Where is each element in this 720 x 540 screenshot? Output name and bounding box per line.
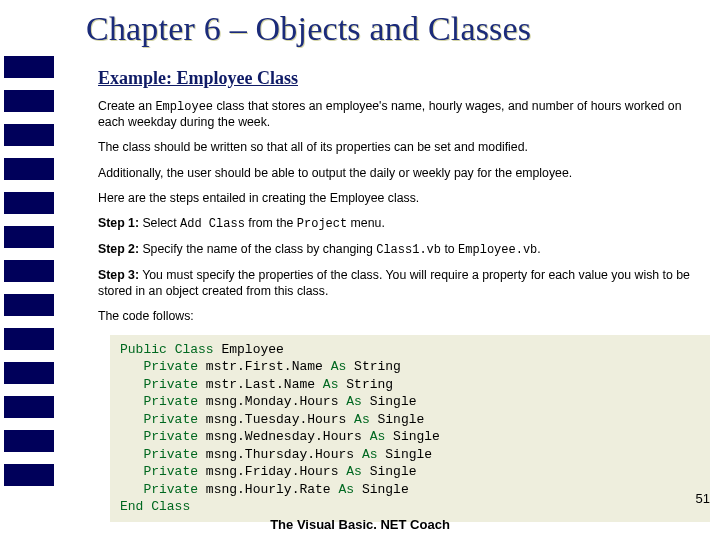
text: Select (139, 216, 180, 230)
sidebar-square (4, 124, 54, 146)
sidebar-square (4, 226, 54, 248)
class-name: Employee (221, 342, 283, 357)
kw-as: As (338, 482, 354, 497)
type-single: Single (362, 482, 409, 497)
paragraph-output: Additionally, the user should be able to… (70, 156, 710, 181)
sidebar-square (4, 430, 54, 452)
footer-text: The Visual Basic. NET Coach (0, 517, 720, 532)
step-1: Step 1: Select Add Class from the Projec… (70, 206, 710, 232)
member: mstr.First.Name (206, 359, 323, 374)
paragraph-steps-intro: Here are the steps entailed in creating … (70, 181, 710, 206)
kw-private: Private (143, 377, 198, 392)
slide: Chapter 6 – Objects and Classes Example:… (0, 0, 720, 540)
paragraph-code-follows: The code follows: (70, 299, 710, 324)
sidebar-square (4, 260, 54, 282)
sidebar-square (4, 56, 54, 78)
example-subtitle: Example: Employee Class (70, 50, 710, 89)
kw-as: As (362, 447, 378, 462)
kw-private: Private (143, 412, 198, 427)
member: msng.Tuesday.Hours (206, 412, 346, 427)
type-string: String (346, 377, 393, 392)
text: menu. (347, 216, 385, 230)
code-inline-project: Project (297, 217, 347, 231)
type-single: Single (370, 394, 417, 409)
member: msng.Thursday.Hours (206, 447, 354, 462)
kw-as: As (346, 464, 362, 479)
sidebar-decoration (0, 0, 60, 540)
sidebar-square (4, 396, 54, 418)
step-3: Step 3: You must specify the properties … (70, 258, 710, 299)
kw-class: Class (175, 342, 214, 357)
text: . (537, 242, 540, 256)
slide-title: Chapter 6 – Objects and Classes (70, 0, 710, 50)
type-single: Single (393, 429, 440, 444)
step-label: Step 2: (98, 242, 139, 256)
kw-public: Public (120, 342, 167, 357)
sidebar-square (4, 464, 54, 486)
code-block: Public Class Employee Private mstr.First… (110, 335, 710, 522)
sidebar-square (4, 90, 54, 112)
kw-as: As (323, 377, 339, 392)
member: mstr.Last.Name (206, 377, 315, 392)
code-inline-employee: Employee (155, 100, 213, 114)
code-inline-addclass: Add Class (180, 217, 245, 231)
member: msng.Wednesday.Hours (206, 429, 362, 444)
content-area: Chapter 6 – Objects and Classes Example:… (70, 0, 710, 522)
text: to (441, 242, 458, 256)
type-single: Single (378, 412, 425, 427)
text: You must specify the properties of the c… (98, 268, 690, 297)
page-number: 51 (696, 491, 710, 506)
kw-private: Private (143, 359, 198, 374)
step-label: Step 1: (98, 216, 139, 230)
kw-private: Private (143, 447, 198, 462)
kw-private: Private (143, 394, 198, 409)
code-inline-employeevb: Employee.vb (458, 243, 537, 257)
step-label: Step 3: (98, 268, 139, 282)
sidebar-square (4, 192, 54, 214)
member: msng.Friday.Hours (206, 464, 339, 479)
text: Create an (98, 99, 155, 113)
paragraph-intro: Create an Employee class that stores an … (70, 89, 710, 130)
sidebar-square (4, 158, 54, 180)
kw-private: Private (143, 464, 198, 479)
type-single: Single (370, 464, 417, 479)
member: msng.Monday.Hours (206, 394, 339, 409)
sidebar-square (4, 294, 54, 316)
sidebar-square (4, 328, 54, 350)
kw-private: Private (143, 429, 198, 444)
code-inline-class1vb: Class1.vb (376, 243, 441, 257)
sidebar-square (4, 362, 54, 384)
type-string: String (354, 359, 401, 374)
text: Specify the name of the class by changin… (139, 242, 376, 256)
step-2: Step 2: Specify the name of the class by… (70, 232, 710, 258)
text: from the (245, 216, 297, 230)
kw-as: As (346, 394, 362, 409)
kw-class: Class (151, 499, 190, 514)
kw-as: As (354, 412, 370, 427)
kw-private: Private (143, 482, 198, 497)
kw-end: End (120, 499, 143, 514)
member: msng.Hourly.Rate (206, 482, 331, 497)
type-single: Single (385, 447, 432, 462)
kw-as: As (370, 429, 386, 444)
kw-as: As (331, 359, 347, 374)
paragraph-properties: The class should be written so that all … (70, 130, 710, 155)
